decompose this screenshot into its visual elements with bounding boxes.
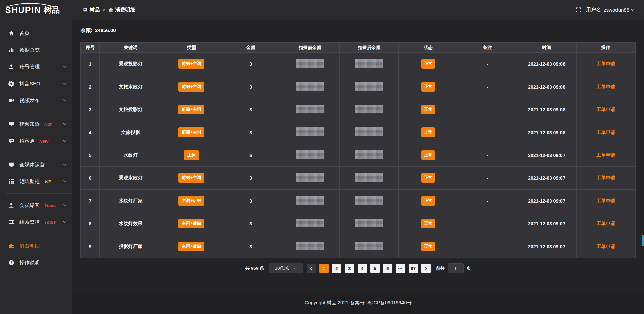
row-index: 6 (81, 167, 100, 190)
keyword-cell: 水纹灯效果 (100, 212, 162, 235)
page-size-select[interactable]: 10条/页 (269, 263, 303, 273)
ticket-request-link[interactable]: 工单申请 (596, 84, 615, 89)
fullscreen-icon[interactable] (576, 7, 581, 13)
status-cell: 正常 (399, 53, 458, 75)
prev-page-button[interactable] (307, 264, 316, 273)
sidebar-item-sliders[interactable]: 线索监控Tools (0, 214, 72, 230)
balance-before-cell (280, 53, 340, 75)
main-content: 余额: 24856.00 序号关键词类型金额扣费前余额扣费后余额状态备注时间操作… (72, 20, 644, 291)
scrollbar-thumb[interactable] (642, 235, 644, 246)
sidebar-item-badge: Tools (44, 203, 56, 208)
amount-cell: 3 (221, 121, 280, 144)
sidebar-item-chart[interactable]: 数据总览 (0, 42, 72, 58)
page-button-6[interactable]: 6 (383, 264, 392, 273)
type-badge: 前缀+主词 (178, 82, 204, 92)
page-button-97[interactable]: 97 (409, 264, 418, 273)
chart-icon (8, 47, 14, 53)
sidebar-item-label: 数据总览 (19, 47, 40, 53)
censored-value (355, 242, 383, 250)
ticket-request-link[interactable]: 工单申请 (596, 221, 615, 226)
balance-value: 24856.00 (95, 27, 116, 34)
status-badge: 正常 (421, 59, 435, 69)
action-cell: 工单申请 (576, 212, 636, 235)
type-cell: 前缀+主词 (162, 75, 221, 98)
type-cell: 前缀+主词 (162, 53, 221, 75)
sidebar-item-monitor[interactable]: 全媒体运营 (0, 156, 72, 173)
sidebar-item-question[interactable]: ?操作说明 (0, 254, 72, 271)
balance-after-cell (339, 235, 399, 258)
copyright-text: Copyright 树品 2021 备案号: 粤ICP备09019646号 (305, 300, 412, 306)
ticket-request-link[interactable]: 工单申请 (596, 152, 615, 158)
username-value: zswodun88 (604, 7, 629, 13)
censored-value (355, 150, 383, 159)
monitor-icon (8, 162, 14, 168)
sidebar-item-gear[interactable]: 抖音SEO (0, 75, 72, 92)
next-page-button[interactable] (421, 264, 431, 273)
goto-page-input[interactable] (448, 263, 464, 273)
svg-text:?: ? (10, 261, 12, 265)
page-button-4[interactable]: 4 (358, 264, 367, 273)
chevron-down-icon (63, 65, 67, 68)
ticket-request-link[interactable]: 工单申请 (596, 198, 615, 203)
page-button-3[interactable]: 3 (345, 264, 354, 273)
sidebar-item-badge: New (39, 139, 48, 144)
balance-before-cell (280, 212, 340, 235)
row-index: 9 (81, 235, 100, 258)
ticket-request-link[interactable]: 工单申请 (596, 175, 615, 180)
time-cell: 2021-12-03 09:08 (517, 75, 577, 98)
sidebar-item-user[interactable]: 账号管理 (0, 58, 72, 75)
censored-value (296, 173, 324, 182)
row-index: 7 (81, 190, 100, 212)
breadcrumb-separator: > (103, 7, 105, 12)
balance-after-cell (339, 144, 399, 167)
page-button-2[interactable]: 2 (332, 264, 341, 273)
page-button-5[interactable]: 5 (370, 264, 380, 273)
chevron-down-icon (63, 204, 67, 207)
ticket-request-link[interactable]: 工单申请 (596, 244, 615, 249)
ticket-request-link[interactable]: 工单申请 (596, 129, 615, 135)
goto-page: 前往 页 (436, 263, 471, 273)
note-cell: - (458, 121, 517, 144)
sidebar-item-video[interactable]: 视频发布 (0, 92, 72, 109)
censored-value (355, 196, 383, 205)
sidebar-item-user[interactable]: 会员爆客Tools (0, 197, 72, 214)
action-cell: 工单申请 (576, 144, 636, 167)
breadcrumb-home[interactable]: 树品 (83, 7, 100, 13)
balance-before-cell (280, 121, 340, 144)
sidebar-item-grid[interactable]: 矩阵助推VIP (0, 173, 72, 190)
sidebar-item-label: 抖音SEO (19, 81, 40, 87)
sidebar-item-chat[interactable]: 抖客通New (0, 133, 72, 149)
user-menu[interactable]: 用户名: zswodun88 (586, 7, 635, 13)
chevron-down-icon (63, 180, 67, 183)
sidebar-item-wallet[interactable]: 消费明细 (0, 238, 72, 254)
chevron-down-icon (63, 163, 67, 166)
time-cell: 2021-12-03 09:07 (517, 167, 577, 190)
column-header: 类型 (162, 43, 221, 53)
time-cell: 2021-12-03 09:07 (517, 190, 577, 212)
page-button-1[interactable]: 1 (319, 264, 329, 273)
censored-value (296, 150, 324, 159)
brand-logo[interactable]: SHUPIN 树品 (0, 0, 72, 20)
amount-cell: 3 (221, 53, 280, 75)
balance-after-cell (339, 190, 399, 212)
censored-value (296, 242, 324, 250)
note-cell: - (458, 235, 517, 258)
status-cell: 正常 (399, 121, 458, 144)
type-badge: 主词+后缀 (178, 242, 204, 251)
breadcrumb-label: 树品 (90, 7, 100, 13)
ticket-request-link[interactable]: 工单申请 (596, 107, 615, 112)
type-badge: 主词 (184, 150, 199, 160)
status-cell: 正常 (399, 167, 458, 190)
balance-label: 余额: (80, 27, 92, 34)
time-cell: 2021-12-03 09:07 (517, 235, 577, 258)
sidebar-item-home[interactable]: 首页 (0, 25, 72, 42)
type-cell: 前缀+主词 (162, 121, 221, 144)
ticket-request-link[interactable]: 工单申请 (596, 61, 615, 66)
censored-value (296, 105, 324, 113)
page-ellipsis-button[interactable]: ••• (396, 264, 405, 273)
sidebar-item-label: 消费明细 (19, 243, 40, 249)
breadcrumb-current[interactable]: 消费明细 (108, 7, 136, 13)
type-cell: 前缀+主词 (162, 167, 221, 190)
status-badge: 正常 (421, 196, 435, 206)
sidebar-item-monitor[interactable]: 视频加热Hot (0, 116, 72, 133)
